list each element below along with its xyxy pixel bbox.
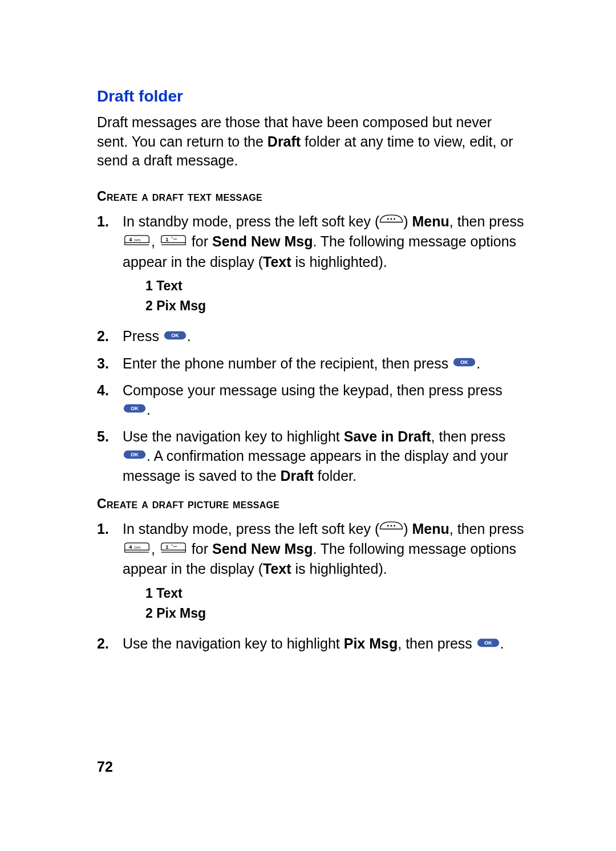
menu-label: Menu xyxy=(412,521,449,537)
step-body: Press . xyxy=(123,327,525,347)
text: . xyxy=(476,355,480,371)
text: In standby mode, press the left soft key… xyxy=(123,521,379,537)
text: , xyxy=(151,541,159,557)
step-number: 4. xyxy=(97,381,123,420)
key-4-icon xyxy=(123,540,151,560)
text: for xyxy=(188,541,212,557)
text: ) xyxy=(403,521,412,537)
step-item: 1. In standby mode, press the left soft … xyxy=(97,212,525,320)
save-in-draft-label: Save in Draft xyxy=(344,428,431,444)
send-new-msg-label: Send New Msg xyxy=(212,541,313,557)
menu-label: Menu xyxy=(412,213,449,229)
step-body: Enter the phone number of the recipient,… xyxy=(123,354,525,374)
text: , then press xyxy=(431,428,506,444)
step-number: 5. xyxy=(97,427,123,486)
send-new-msg-label: Send New Msg xyxy=(212,233,313,249)
text: . xyxy=(500,635,504,651)
ok-icon xyxy=(476,635,500,654)
option-list: 1 Text 2 Pix Msg xyxy=(145,583,525,623)
text-label: Text xyxy=(263,561,291,577)
ok-icon xyxy=(163,327,187,347)
text: ) xyxy=(403,213,412,229)
subheading-create-text: Create a draft text message xyxy=(97,188,525,205)
step-item: 2. Use the navigation key to highlight P… xyxy=(97,634,525,654)
text: Use the navigation key to highlight xyxy=(123,428,344,444)
ok-icon xyxy=(123,447,147,466)
step-body: Use the navigation key to highlight Save… xyxy=(123,427,525,486)
option-2: 2 Pix Msg xyxy=(145,298,206,313)
text: . xyxy=(147,402,151,418)
intro-bold: Draft xyxy=(268,133,301,149)
intro-paragraph: Draft messages are those that have been … xyxy=(97,113,525,171)
text: , then press xyxy=(398,635,476,651)
step-item: 3. Enter the phone number of the recipie… xyxy=(97,354,525,374)
text: is highlighted). xyxy=(291,254,387,270)
key-1-icon xyxy=(159,233,188,252)
softkey-icon xyxy=(379,213,403,232)
step-item: 4. Compose your message using the keypad… xyxy=(97,381,525,420)
text-label: Text xyxy=(263,254,291,270)
subheading-create-picture: Create a draft picture message xyxy=(97,495,525,513)
text: , then press xyxy=(449,521,524,537)
text: Use the navigation key to highlight xyxy=(123,635,344,651)
text: , then press xyxy=(449,213,524,229)
step-number: 2. xyxy=(97,327,123,347)
ok-icon xyxy=(452,354,476,374)
step-number: 3. xyxy=(97,354,123,374)
text: Press xyxy=(123,328,163,344)
section-title: Draft folder xyxy=(97,86,525,107)
draft-label: Draft xyxy=(281,468,314,484)
softkey-icon xyxy=(379,520,403,539)
step-body: Compose your message using the keypad, t… xyxy=(123,381,525,420)
option-2: 2 Pix Msg xyxy=(145,606,206,621)
text: for xyxy=(188,233,212,249)
ok-icon xyxy=(123,400,147,420)
text: , xyxy=(151,233,159,249)
pix-msg-label: Pix Msg xyxy=(344,635,398,651)
step-body: In standby mode, press the left soft key… xyxy=(123,212,525,320)
step-item: 1. In standby mode, press the left soft … xyxy=(97,520,525,627)
step-number: 2. xyxy=(97,634,123,654)
steps-list-picture: 1. In standby mode, press the left soft … xyxy=(97,520,525,655)
key-4-icon xyxy=(123,233,151,252)
option-list: 1 Text 2 Pix Msg xyxy=(145,276,525,315)
steps-list-text: 1. In standby mode, press the left soft … xyxy=(97,212,525,486)
text: folder. xyxy=(314,468,356,484)
step-body: In standby mode, press the left soft key… xyxy=(123,520,525,627)
step-number: 1. xyxy=(97,212,123,320)
step-item: 5. Use the navigation key to highlight S… xyxy=(97,427,525,486)
page-number: 72 xyxy=(97,757,113,777)
text: In standby mode, press the left soft key… xyxy=(123,213,379,229)
step-item: 2. Press . xyxy=(97,327,525,347)
text: Compose your message using the keypad, t… xyxy=(123,382,502,398)
text: Enter the phone number of the recipient,… xyxy=(123,355,452,371)
step-body: Use the navigation key to highlight Pix … xyxy=(123,634,525,654)
option-1: 1 Text xyxy=(145,278,183,293)
step-number: 1. xyxy=(97,520,123,627)
option-1: 1 Text xyxy=(145,586,183,601)
document-page: Draft folder Draft messages are those th… xyxy=(0,0,616,851)
key-1-icon xyxy=(159,540,188,560)
text: is highlighted). xyxy=(291,561,387,577)
text: . xyxy=(187,328,191,344)
